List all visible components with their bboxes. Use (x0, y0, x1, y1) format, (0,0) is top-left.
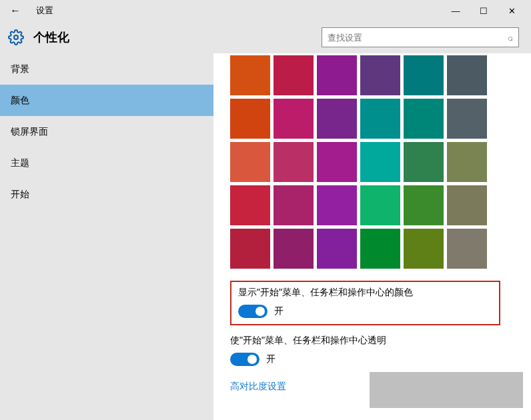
minimize-button[interactable]: — (442, 6, 470, 16)
color-swatch[interactable] (360, 55, 400, 95)
color-swatch[interactable] (447, 142, 487, 182)
color-swatch[interactable] (317, 229, 357, 269)
color-swatch[interactable] (404, 185, 444, 225)
titlebar: ← 设置 — ☐ ✕ (0, 0, 531, 21)
color-swatch[interactable] (317, 185, 357, 225)
transparency-setting: 使"开始"菜单、任务栏和操作中心透明 开 (230, 335, 500, 366)
color-swatch[interactable] (317, 142, 357, 182)
color-swatch[interactable] (274, 99, 314, 139)
sidebar: 背景颜色锁屏界面主题开始 (0, 53, 213, 420)
toggle-state: 开 (266, 353, 276, 365)
sidebar-item[interactable]: 背景 (0, 53, 213, 85)
color-swatch[interactable] (230, 185, 270, 225)
gear-icon (8, 29, 24, 45)
color-swatch[interactable] (360, 185, 400, 225)
accent-on-start-toggle[interactable] (238, 305, 268, 318)
color-swatch[interactable] (404, 142, 444, 182)
accent-on-start-setting: 显示"开始"菜单、任务栏和操作中心的颜色 开 (230, 281, 500, 325)
svg-point-0 (14, 35, 18, 39)
color-palette (230, 55, 531, 269)
header: 个性化 ⌕ (0, 21, 531, 53)
search-box[interactable]: ⌕ (322, 27, 519, 47)
color-swatch[interactable] (447, 99, 487, 139)
window-title: 设置 (36, 5, 53, 17)
setting-label: 使"开始"菜单、任务栏和操作中心透明 (230, 335, 492, 347)
color-swatch[interactable] (404, 99, 444, 139)
color-swatch[interactable] (404, 229, 444, 269)
transparency-toggle[interactable] (230, 353, 259, 366)
search-input[interactable] (328, 33, 508, 43)
color-swatch[interactable] (360, 142, 400, 182)
color-swatch[interactable] (317, 99, 357, 139)
back-button[interactable]: ← (5, 5, 25, 17)
maximize-button[interactable]: ☐ (470, 6, 498, 16)
placeholder-block (370, 372, 523, 408)
color-swatch[interactable] (230, 55, 270, 95)
color-swatch[interactable] (274, 185, 314, 225)
sidebar-item[interactable]: 主题 (0, 147, 213, 179)
page-title: 个性化 (33, 29, 69, 45)
close-button[interactable]: ✕ (498, 6, 526, 16)
color-swatch[interactable] (274, 142, 314, 182)
sidebar-item[interactable]: 颜色 (0, 85, 213, 116)
color-swatch[interactable] (447, 185, 487, 225)
setting-label: 显示"开始"菜单、任务栏和操作中心的颜色 (238, 287, 492, 299)
color-swatch[interactable] (230, 229, 270, 269)
color-swatch[interactable] (360, 99, 400, 139)
toggle-state: 开 (274, 305, 284, 317)
color-swatch[interactable] (274, 229, 314, 269)
color-swatch[interactable] (447, 55, 487, 95)
color-swatch[interactable] (230, 142, 270, 182)
sidebar-item[interactable]: 开始 (0, 179, 213, 210)
color-swatch[interactable] (360, 229, 400, 269)
search-icon: ⌕ (508, 33, 513, 43)
color-swatch[interactable] (317, 55, 357, 95)
sidebar-item[interactable]: 锁屏界面 (0, 116, 213, 147)
color-swatch[interactable] (404, 55, 444, 95)
color-swatch[interactable] (447, 229, 487, 269)
content-area: 显示"开始"菜单、任务栏和操作中心的颜色 开 使"开始"菜单、任务栏和操作中心透… (213, 53, 531, 420)
color-swatch[interactable] (274, 55, 314, 95)
color-swatch[interactable] (230, 99, 270, 139)
